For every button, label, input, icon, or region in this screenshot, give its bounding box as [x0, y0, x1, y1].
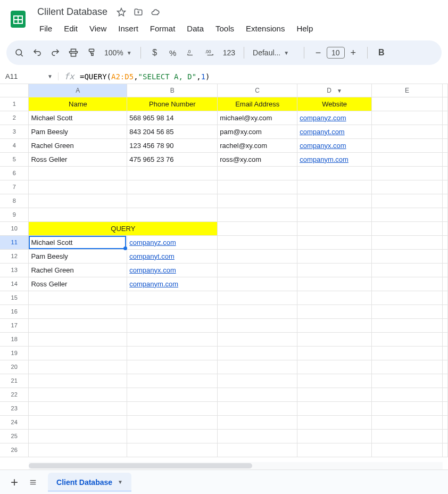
cell[interactable] [29, 374, 127, 388]
row-header[interactable]: 11 [0, 235, 29, 249]
cell[interactable] [442, 304, 447, 318]
cell[interactable] [372, 152, 443, 166]
row-header[interactable]: 13 [0, 263, 29, 277]
cell[interactable]: Rachel Green [29, 263, 127, 277]
row-header[interactable]: 2 [0, 111, 29, 125]
cell[interactable]: 568 965 98 14 [127, 111, 218, 125]
row-header[interactable]: 12 [0, 249, 29, 263]
cell[interactable] [127, 318, 218, 332]
cell[interactable] [372, 318, 443, 332]
cell[interactable] [297, 318, 372, 332]
menu-format[interactable]: Format [145, 21, 181, 36]
cell[interactable] [29, 332, 127, 346]
cell[interactable] [127, 166, 218, 180]
search-icon[interactable] [14, 46, 24, 59]
cell[interactable] [442, 401, 447, 415]
cell[interactable] [297, 332, 372, 346]
row-header[interactable]: 15 [0, 291, 29, 304]
cell[interactable] [29, 194, 127, 208]
cell[interactable]: companyt.com [127, 249, 218, 263]
cell[interactable] [297, 263, 372, 277]
cell[interactable]: companyx.com [127, 263, 218, 277]
row-header[interactable]: 4 [0, 138, 29, 152]
cell[interactable]: companym.com [127, 277, 218, 291]
cell[interactable] [442, 125, 447, 138]
row-header[interactable]: 5 [0, 152, 29, 166]
cell[interactable] [372, 166, 443, 180]
menu-edit[interactable]: Edit [59, 21, 83, 36]
name-box[interactable]: A11 ▼ [0, 72, 59, 80]
cell[interactable] [372, 97, 443, 111]
cell[interactable] [372, 346, 443, 360]
cell[interactable]: 475 965 23 76 [127, 152, 218, 166]
cell[interactable] [442, 208, 447, 221]
row-header[interactable]: 22 [0, 388, 29, 401]
cell[interactable] [372, 249, 443, 263]
cell[interactable] [442, 318, 447, 332]
decrease-font-size-button[interactable]: − [313, 46, 323, 59]
cell[interactable] [442, 235, 447, 249]
cell[interactable] [218, 415, 297, 429]
cell[interactable] [372, 304, 443, 318]
cell[interactable] [127, 388, 218, 401]
spreadsheet-grid[interactable]: A B C D ▼ E 1 Name Phone Number Email Ad… [0, 84, 448, 457]
cell[interactable]: Pam Beesly [29, 125, 127, 138]
cell[interactable] [442, 360, 447, 374]
row-header[interactable]: 17 [0, 318, 29, 332]
cell[interactable] [372, 415, 443, 429]
column-header-E[interactable]: E [372, 84, 443, 97]
row-header[interactable]: 24 [0, 415, 29, 429]
row-header[interactable]: 23 [0, 401, 29, 415]
cell[interactable]: ross@xy.com [218, 152, 297, 166]
cell[interactable] [218, 332, 297, 346]
cell[interactable] [297, 346, 372, 360]
menu-tools[interactable]: Tools [210, 21, 239, 36]
cell[interactable] [442, 263, 447, 277]
row-header[interactable]: 16 [0, 304, 29, 318]
cell[interactable]: 843 204 56 85 [127, 125, 218, 138]
cell[interactable] [442, 180, 447, 194]
zoom-select[interactable]: 100% ▼ [104, 48, 132, 57]
row-header[interactable]: 3 [0, 125, 29, 138]
cell[interactable] [442, 221, 447, 235]
link[interactable]: companyt.com [129, 252, 175, 260]
cell[interactable] [218, 388, 297, 401]
cell[interactable]: Phone Number [127, 97, 218, 111]
cell[interactable] [372, 111, 443, 125]
row-header[interactable]: 8 [0, 194, 29, 208]
cell[interactable] [442, 388, 447, 401]
cell[interactable] [297, 443, 372, 457]
cell[interactable] [297, 429, 372, 443]
star-icon[interactable] [116, 7, 127, 18]
cell[interactable] [372, 277, 443, 291]
cell[interactable]: companym.com [297, 152, 372, 166]
cell[interactable] [297, 180, 372, 194]
cell[interactable]: michael@xy.com [218, 111, 297, 125]
cell[interactable] [442, 166, 447, 180]
cell[interactable] [127, 360, 218, 374]
row-header[interactable]: 19 [0, 346, 29, 360]
cell[interactable] [442, 291, 447, 304]
cell[interactable] [29, 415, 127, 429]
menu-help[interactable]: Help [291, 21, 318, 36]
cell[interactable] [297, 235, 372, 249]
cell[interactable] [442, 443, 447, 457]
cloud-status-icon[interactable] [150, 7, 161, 18]
cell[interactable] [29, 180, 127, 194]
cell[interactable] [218, 180, 297, 194]
cell[interactable] [29, 401, 127, 415]
cell[interactable]: companyz.com [127, 235, 218, 249]
cell[interactable]: Pam Beesly [29, 249, 127, 263]
column-header-C[interactable]: C [218, 84, 297, 97]
row-header[interactable]: 25 [0, 429, 29, 443]
column-header-D[interactable]: D ▼ [297, 84, 372, 97]
cell[interactable] [29, 166, 127, 180]
cell[interactable] [297, 249, 372, 263]
cell[interactable] [442, 138, 447, 152]
cell[interactable] [372, 263, 443, 277]
cell[interactable] [218, 360, 297, 374]
cell[interactable] [29, 388, 127, 401]
row-header[interactable]: 7 [0, 180, 29, 194]
row-header[interactable]: 26 [0, 443, 29, 457]
paint-format-icon[interactable] [86, 46, 97, 59]
